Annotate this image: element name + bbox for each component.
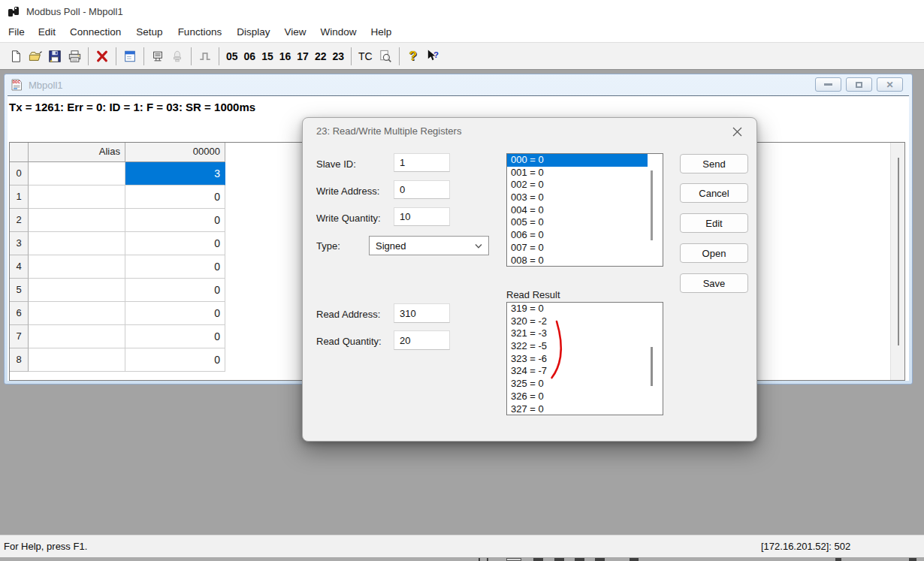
write-list-item[interactable]: 005 = 0 [507, 216, 663, 229]
grid-cell-value-selected[interactable]: 3 [125, 162, 225, 185]
function-06-button[interactable]: 06 [241, 47, 259, 66]
edit-button[interactable]: Edit [680, 213, 748, 233]
grid-scrollbar-thumb[interactable] [898, 158, 899, 345]
read-address-input[interactable] [394, 303, 450, 323]
grid-header-00000[interactable]: 00000 [125, 143, 225, 162]
disconnect-button[interactable] [92, 47, 112, 66]
grid-corner-header[interactable] [10, 143, 29, 162]
function-16-button[interactable]: 16 [276, 47, 294, 66]
grid-cell-alias[interactable] [29, 348, 125, 372]
write-address-input[interactable] [394, 180, 450, 199]
read-result-item[interactable]: 320 = -2 [507, 315, 663, 328]
grid-cell-alias[interactable] [29, 209, 125, 232]
read-result-item[interactable]: 326 = 0 [507, 391, 663, 403]
grid-cell-alias[interactable] [29, 325, 125, 348]
function-05-button[interactable]: 05 [223, 47, 241, 66]
function-23-button[interactable]: 23 [329, 47, 347, 66]
grid-cell-alias[interactable] [29, 232, 125, 255]
communication-button[interactable] [148, 47, 168, 66]
new-button[interactable] [6, 47, 26, 66]
write-list-item[interactable]: 002 = 0 [507, 179, 663, 192]
function-15-button[interactable]: 15 [258, 47, 276, 66]
write-list-item[interactable]: 006 = 0 [507, 229, 663, 242]
grid-vertical-scrollbar[interactable] [890, 143, 904, 380]
grid-cell-alias[interactable] [29, 162, 125, 185]
read-result-item[interactable]: 319 = 0 [507, 303, 663, 315]
child-titlebar[interactable]: DOC Mbpoll1 ✕ [5, 74, 912, 95]
grid-cell-value[interactable]: 0 [125, 255, 225, 279]
grid-rownum[interactable]: 1 [10, 185, 29, 209]
grid-cell-value[interactable]: 0 [125, 232, 225, 255]
menu-file[interactable]: File [2, 23, 32, 41]
read-result-item[interactable]: 325 = 0 [507, 378, 663, 391]
function-22-button[interactable]: 22 [312, 47, 330, 66]
grid-header-alias[interactable]: Alias [29, 143, 125, 162]
grid-cell-value[interactable]: 0 [125, 209, 225, 232]
menu-view[interactable]: View [277, 23, 313, 41]
write-registers-listbox[interactable]: 000 = 0 001 = 0 002 = 0 003 = 0 004 = 0 … [506, 153, 663, 267]
slave-id-input[interactable] [394, 153, 450, 172]
print-button[interactable] [65, 47, 84, 66]
grid-rownum[interactable]: 4 [10, 255, 29, 279]
menu-edit[interactable]: Edit [32, 23, 62, 41]
read-result-item[interactable]: 327 = 0 [507, 403, 663, 416]
read-list-scrollbar-thumb[interactable] [651, 347, 653, 386]
grid-cell-value[interactable]: 0 [125, 279, 225, 302]
dialog-titlebar[interactable]: 23: Read/Write Multiple Registers [303, 118, 756, 143]
grid-cell-alias[interactable] [29, 185, 125, 209]
zoom-page-button[interactable] [376, 47, 395, 66]
read-result-item[interactable]: 324 = -7 [507, 365, 663, 378]
menu-functions[interactable]: Functions [171, 23, 230, 41]
read-result-item[interactable]: 322 = -5 [507, 340, 663, 353]
write-list-scrollbar-thumb[interactable] [651, 170, 653, 240]
save-button[interactable]: Save [680, 273, 748, 293]
dialog-close-button[interactable] [729, 124, 744, 139]
grid-rownum[interactable]: 6 [10, 302, 29, 325]
read-result-item[interactable]: 321 = -3 [507, 327, 663, 340]
grid-rownum[interactable]: 3 [10, 232, 29, 255]
open-button[interactable] [26, 47, 45, 66]
context-help-button[interactable]: ? [423, 47, 442, 66]
send-button[interactable]: Send [680, 154, 748, 173]
grid-rownum[interactable]: 8 [10, 348, 29, 372]
menu-window[interactable]: Window [313, 23, 364, 41]
child-restore-button[interactable] [846, 77, 872, 92]
grid-rownum[interactable]: 7 [10, 325, 29, 348]
write-list-item[interactable]: 004 = 0 [507, 204, 663, 217]
child-minimize-button[interactable] [815, 77, 841, 92]
save-button[interactable] [45, 47, 65, 66]
write-list-item-selected[interactable]: 000 = 0 [507, 154, 648, 167]
grid-cell-alias[interactable] [29, 279, 125, 302]
open-button[interactable]: Open [680, 243, 748, 263]
grid-cell-value[interactable]: 0 [125, 185, 225, 209]
grid-cell-value[interactable]: 0 [125, 325, 225, 348]
log-button-disabled[interactable] [168, 47, 187, 66]
write-list-item[interactable]: 007 = 0 [507, 242, 663, 255]
write-quantity-input[interactable] [394, 207, 450, 226]
read-quantity-input[interactable] [394, 330, 450, 350]
test-center-button[interactable]: TC [355, 47, 376, 66]
write-list-item[interactable]: 003 = 0 [507, 192, 663, 204]
write-list-item[interactable]: 001 = 0 [507, 167, 663, 179]
child-close-button[interactable]: ✕ [877, 77, 903, 92]
read-result-item[interactable]: 323 = -6 [507, 353, 663, 366]
grid-rownum[interactable]: 2 [10, 209, 29, 232]
type-combobox[interactable]: Signed [369, 236, 489, 255]
menu-setup[interactable]: Setup [128, 23, 170, 41]
grid-cell-value[interactable]: 0 [125, 348, 225, 372]
menu-display[interactable]: Display [229, 23, 277, 41]
pulse-button-disabled[interactable] [195, 47, 215, 66]
help-button[interactable]: ? [403, 47, 423, 66]
grid-rownum[interactable]: 0 [10, 162, 29, 185]
cancel-button[interactable]: Cancel [680, 183, 748, 203]
read-result-listbox[interactable]: 319 = 0 320 = -2 321 = -3 322 = -5 323 =… [506, 302, 663, 415]
menu-help[interactable]: Help [364, 23, 398, 41]
grid-cell-value[interactable]: 0 [125, 302, 225, 325]
grid-cell-alias[interactable] [29, 302, 125, 325]
function-17-button[interactable]: 17 [294, 47, 312, 66]
menu-connection[interactable]: Connection [62, 23, 128, 41]
write-list-item[interactable]: 008 = 0 [507, 255, 663, 267]
grid-rownum[interactable]: 5 [10, 279, 29, 302]
grid-cell-alias[interactable] [29, 255, 125, 279]
poll-definition-button[interactable] [120, 47, 140, 66]
